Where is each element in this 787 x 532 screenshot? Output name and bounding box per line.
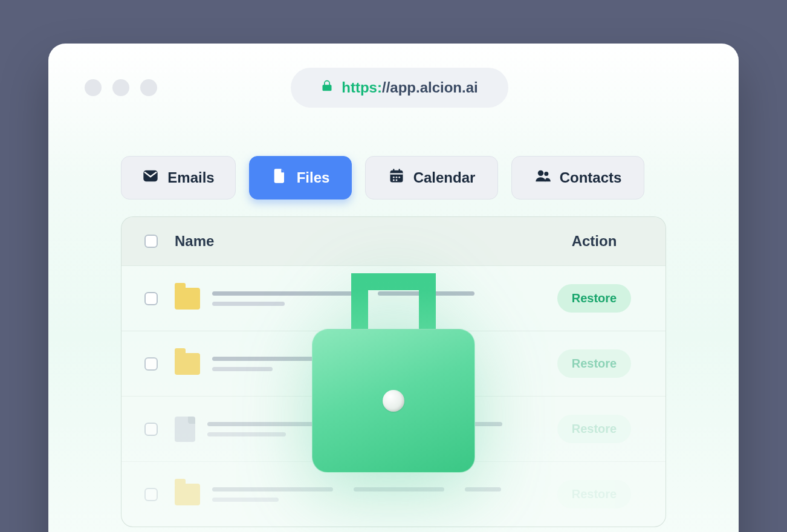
- folder-icon: [175, 353, 200, 375]
- tab-files[interactable]: Files: [249, 156, 352, 199]
- folder-icon: [175, 484, 200, 505]
- restore-button[interactable]: Restore: [557, 284, 631, 313]
- select-all-checkbox[interactable]: [144, 235, 158, 248]
- table-header: Name Action: [121, 217, 666, 265]
- svg-rect-3: [393, 169, 394, 172]
- folder-icon: [175, 288, 200, 310]
- window-dot[interactable]: [112, 79, 129, 96]
- address-host: //app.alcion.ai: [382, 79, 478, 96]
- svg-point-5: [393, 177, 395, 178]
- column-action: Action: [546, 233, 643, 250]
- row-checkbox[interactable]: [144, 357, 158, 371]
- tab-label: Files: [297, 169, 330, 186]
- category-tabs: Emails Files Calendar Contacts: [48, 126, 739, 199]
- restore-button[interactable]: Restore: [557, 349, 631, 378]
- address-bar[interactable]: https://app.alcion.ai: [291, 68, 508, 108]
- security-lock-illustration: [312, 273, 475, 473]
- window-dot[interactable]: [140, 79, 157, 96]
- row-checkbox[interactable]: [144, 423, 158, 436]
- file-icon: [175, 417, 195, 442]
- filename-placeholder: [212, 487, 546, 502]
- contacts-icon: [534, 167, 551, 188]
- titlebar: https://app.alcion.ai: [48, 44, 739, 126]
- svg-point-7: [398, 177, 400, 178]
- file-icon: [271, 167, 288, 188]
- window-controls: [85, 79, 157, 96]
- svg-point-11: [544, 172, 548, 176]
- svg-point-10: [537, 170, 543, 176]
- mail-icon: [142, 167, 159, 188]
- row-checkbox[interactable]: [144, 488, 158, 501]
- restore-button[interactable]: Restore: [557, 480, 631, 508]
- restore-button[interactable]: Restore: [557, 415, 631, 443]
- row-checkbox[interactable]: [144, 292, 158, 305]
- window-dot[interactable]: [85, 79, 102, 96]
- tab-contacts[interactable]: Contacts: [511, 156, 644, 199]
- column-name: Name: [175, 233, 546, 250]
- tab-label: Calendar: [413, 169, 476, 186]
- svg-point-9: [395, 180, 397, 181]
- svg-rect-4: [398, 169, 400, 172]
- calendar-icon: [388, 167, 405, 188]
- svg-point-8: [393, 180, 395, 181]
- tab-label: Emails: [167, 169, 214, 186]
- tab-label: Contacts: [560, 169, 622, 186]
- svg-point-6: [395, 177, 397, 178]
- tab-emails[interactable]: Emails: [121, 156, 236, 199]
- svg-rect-2: [390, 173, 403, 174]
- tab-calendar[interactable]: Calendar: [365, 156, 498, 199]
- app-window: https://app.alcion.ai Emails Files Calen…: [48, 44, 739, 532]
- address-protocol: https:: [342, 79, 382, 96]
- lock-icon: [321, 79, 333, 97]
